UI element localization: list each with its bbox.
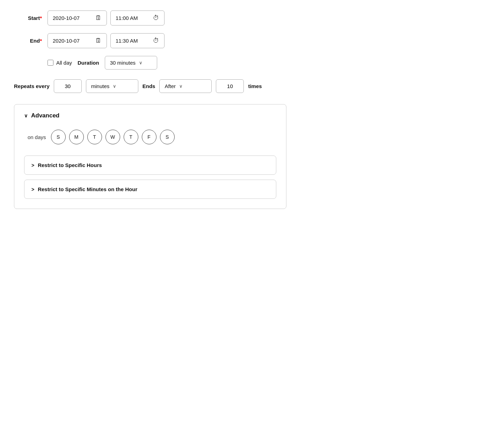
ends-label: Ends [143, 83, 155, 89]
restrict-minutes-collapse[interactable]: > Restrict to Specific Minutes on the Ho… [24, 180, 276, 199]
end-date-input[interactable]: 2020-10-07 🗓 [48, 33, 107, 48]
ends-value: After [165, 83, 176, 89]
end-required: * [40, 38, 42, 44]
ends-chevron-icon: ∨ [179, 84, 183, 89]
allday-checkbox[interactable] [48, 60, 53, 66]
start-time-value: 11:00 AM [116, 15, 138, 21]
ends-times-input[interactable] [216, 79, 244, 93]
restrict-minutes-chevron-icon: > [31, 187, 34, 192]
day-circle-monday[interactable]: M [69, 130, 84, 144]
duration-select[interactable]: 30 minutes ∨ [105, 56, 157, 70]
day-circle-tuesday[interactable]: T [87, 130, 102, 144]
restrict-hours-collapse[interactable]: > Restrict to Specific Hours [24, 156, 276, 175]
duration-value: 30 minutes [110, 60, 136, 66]
restrict-minutes-label: Restrict to Specific Minutes on the Hour [38, 186, 137, 192]
ends-select[interactable]: After ∨ [159, 79, 212, 93]
day-circle-wednesday[interactable]: W [105, 130, 120, 144]
duration-chevron-icon: ∨ [139, 60, 143, 65]
allday-label[interactable]: All day [48, 60, 72, 66]
start-calendar-icon: 🗓 [95, 14, 102, 22]
times-label: times [248, 83, 262, 89]
restrict-hours-label: Restrict to Specific Hours [38, 162, 102, 168]
start-clock-icon: ⏱ [153, 14, 159, 22]
day-circle-friday[interactable]: F [142, 130, 156, 144]
start-label: Start* [14, 15, 42, 21]
end-clock-icon: ⏱ [153, 37, 159, 44]
end-time-value: 11:30 AM [116, 38, 138, 44]
advanced-label: Advanced [31, 112, 59, 119]
advanced-section: ∨ Advanced on days SMTWTFS > Restrict to… [14, 104, 286, 209]
end-date-value: 2020-10-07 [53, 38, 80, 44]
day-circle-sunday[interactable]: S [51, 130, 66, 144]
restrict-hours-chevron-icon: > [31, 162, 34, 168]
days-container: SMTWTFS [51, 130, 175, 144]
start-date-input[interactable]: 2020-10-07 🗓 [48, 10, 107, 26]
end-calendar-icon: 🗓 [95, 37, 102, 44]
repeats-number-input[interactable] [54, 79, 82, 93]
repeats-unit-select[interactable]: minutes ∨ [86, 79, 138, 93]
duration-label: Duration [78, 60, 99, 66]
repeats-unit-chevron-icon: ∨ [113, 84, 116, 89]
start-row: Start* 2020-10-07 🗓 11:00 AM ⏱ [14, 10, 286, 26]
advanced-chevron-icon: ∨ [24, 113, 28, 118]
day-circle-saturday[interactable]: S [160, 130, 175, 144]
advanced-header[interactable]: ∨ Advanced [24, 112, 276, 119]
allday-duration-row: All day Duration 30 minutes ∨ [48, 56, 286, 70]
end-time-input[interactable]: 11:30 AM ⏱ [110, 33, 165, 48]
on-days-row: on days SMTWTFS [28, 130, 276, 144]
form-section: Start* 2020-10-07 🗓 11:00 AM ⏱ End* 2020… [14, 10, 286, 209]
start-required: * [40, 15, 42, 21]
repeats-unit-value: minutes [91, 83, 110, 89]
restrict-minutes-header: > Restrict to Specific Minutes on the Ho… [31, 186, 269, 192]
day-circle-thursday[interactable]: T [124, 130, 138, 144]
repeats-row: Repeats every minutes ∨ Ends After ∨ tim… [14, 79, 286, 93]
restrict-hours-header: > Restrict to Specific Hours [31, 162, 269, 168]
end-row: End* 2020-10-07 🗓 11:30 AM ⏱ [14, 33, 286, 48]
repeats-label: Repeats every [14, 83, 50, 89]
on-days-label: on days [28, 134, 46, 140]
start-time-input[interactable]: 11:00 AM ⏱ [110, 10, 165, 26]
end-label: End* [14, 38, 42, 44]
start-date-value: 2020-10-07 [53, 15, 80, 21]
